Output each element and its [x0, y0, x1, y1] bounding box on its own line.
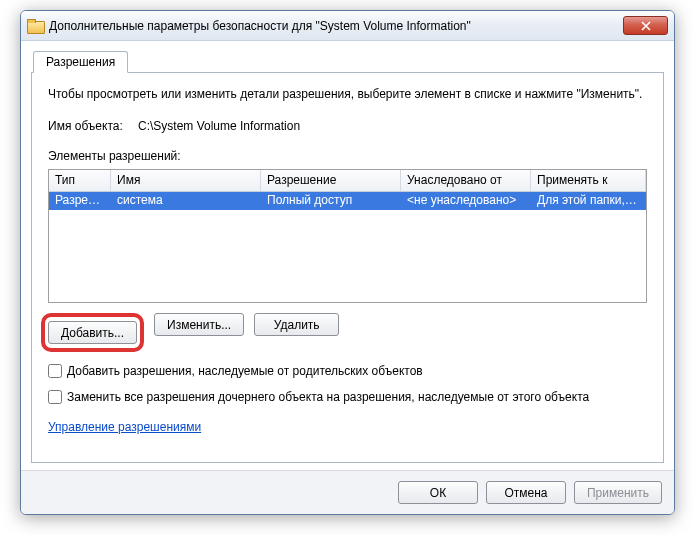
- window-title: Дополнительные параметры безопасности дл…: [49, 19, 623, 33]
- edit-button[interactable]: Изменить...: [154, 313, 244, 336]
- close-button[interactable]: [623, 16, 668, 35]
- cell-apply: Для этой папки, ее под...: [531, 192, 646, 210]
- replace-checkbox-row: Заменить все разрешения дочернего объект…: [48, 390, 647, 404]
- object-label: Имя объекта:: [48, 119, 138, 133]
- inherit-checkbox-label[interactable]: Добавить разрешения, наследуемые от роди…: [67, 364, 423, 378]
- cell-name: система: [111, 192, 261, 210]
- cell-perm: Полный доступ: [261, 192, 401, 210]
- object-row: Имя объекта: C:\System Volume Informatio…: [48, 119, 647, 133]
- ok-button[interactable]: ОК: [398, 481, 478, 504]
- permissions-grid: Тип Имя Разрешение Унаследовано от Приме…: [48, 169, 647, 303]
- col-type[interactable]: Тип: [49, 170, 111, 191]
- window-body: Разрешения Чтобы просмотреть или изменит…: [31, 51, 664, 468]
- close-icon: [641, 21, 651, 31]
- cell-inherit: <не унаследовано>: [401, 192, 531, 210]
- tab-permissions[interactable]: Разрешения: [33, 51, 128, 73]
- advanced-security-window: Дополнительные параметры безопасности дл…: [20, 10, 675, 515]
- replace-checkbox-label[interactable]: Заменить все разрешения дочернего объект…: [67, 390, 589, 404]
- delete-button[interactable]: Удалить: [254, 313, 339, 336]
- instruction-text: Чтобы просмотреть или изменить детали ра…: [48, 87, 647, 101]
- footer: ОК Отмена Применить: [21, 470, 674, 514]
- col-apply[interactable]: Применять к: [531, 170, 646, 191]
- object-value: C:\System Volume Information: [138, 119, 300, 133]
- col-name[interactable]: Имя: [111, 170, 261, 191]
- apply-button[interactable]: Применить: [574, 481, 662, 504]
- tab-bar: Разрешения: [31, 51, 664, 73]
- titlebar: Дополнительные параметры безопасности дл…: [21, 11, 674, 41]
- panel-permissions: Чтобы просмотреть или изменить детали ра…: [31, 73, 664, 463]
- cancel-button[interactable]: Отмена: [486, 481, 566, 504]
- manage-permissions-link[interactable]: Управление разрешениями: [48, 420, 201, 434]
- replace-checkbox[interactable]: [48, 390, 62, 404]
- cell-type: Разреш...: [49, 192, 111, 210]
- highlight-add: Добавить...: [41, 313, 144, 352]
- table-row[interactable]: Разреш... система Полный доступ <не унас…: [49, 192, 646, 210]
- grid-header: Тип Имя Разрешение Унаследовано от Приме…: [49, 170, 646, 192]
- add-button[interactable]: Добавить...: [48, 321, 137, 344]
- permissions-label: Элементы разрешений:: [48, 149, 647, 163]
- inherit-checkbox[interactable]: [48, 364, 62, 378]
- col-permission[interactable]: Разрешение: [261, 170, 401, 191]
- button-row: Добавить... Изменить... Удалить: [48, 313, 647, 352]
- folder-icon: [27, 18, 43, 34]
- col-inherited[interactable]: Унаследовано от: [401, 170, 531, 191]
- inherit-checkbox-row: Добавить разрешения, наследуемые от роди…: [48, 364, 647, 378]
